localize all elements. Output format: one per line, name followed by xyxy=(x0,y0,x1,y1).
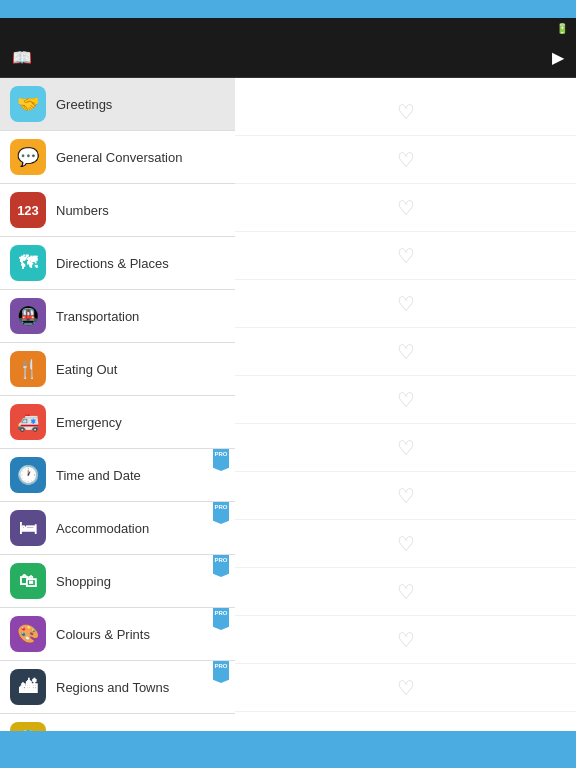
eating-out-icon: 🍴 xyxy=(10,351,46,387)
greetings-label: Greetings xyxy=(56,97,225,112)
colours-prints-label: Colours & Prints xyxy=(56,627,225,642)
heart-icon: ♡ xyxy=(397,580,415,604)
pro-ribbon: PRO xyxy=(213,502,229,524)
time-date-icon: 🕐 xyxy=(10,457,46,493)
favorite-heart[interactable]: ♡ xyxy=(235,232,576,280)
sidebar-item-emergency[interactable]: 🚑Emergency xyxy=(0,396,235,449)
favorite-heart[interactable]: ♡ xyxy=(235,472,576,520)
heart-icon: ♡ xyxy=(397,340,415,364)
pro-ribbon: PRO xyxy=(213,608,229,630)
colours-prints-icon: 🎨 xyxy=(10,616,46,652)
book-icon[interactable]: 📖 xyxy=(12,48,32,67)
sidebar-item-time-date[interactable]: 🕐Time and DatePRO xyxy=(0,449,235,502)
pro-ribbon: PRO xyxy=(213,449,229,471)
heart-icon: ♡ xyxy=(397,196,415,220)
favorite-heart[interactable]: ♡ xyxy=(235,136,576,184)
directions-places-label: Directions & Places xyxy=(56,256,225,271)
regions-towns-label: Regions and Towns xyxy=(56,680,225,695)
countries-icon: 🌍 xyxy=(10,722,46,731)
left-list: 🤝Greetings💬General Conversation123Number… xyxy=(0,78,235,731)
favorite-heart[interactable]: ♡ xyxy=(235,88,576,136)
pro-ribbon: PRO xyxy=(213,555,229,577)
play-icon[interactable]: ▶ xyxy=(552,48,564,67)
favorite-heart[interactable]: ♡ xyxy=(235,280,576,328)
accommodation-label: Accommodation xyxy=(56,521,225,536)
directions-places-icon: 🗺 xyxy=(10,245,46,281)
emergency-icon: 🚑 xyxy=(10,404,46,440)
heart-icon: ♡ xyxy=(397,244,415,268)
sidebar-item-greetings[interactable]: 🤝Greetings xyxy=(0,78,235,131)
general-conversation-icon: 💬 xyxy=(10,139,46,175)
eating-out-label: Eating Out xyxy=(56,362,225,377)
sidebar-item-shopping[interactable]: 🛍ShoppingPRO xyxy=(0,555,235,608)
status-time xyxy=(8,23,11,34)
status-bar: 🔋 xyxy=(0,18,576,38)
favorite-heart[interactable]: ♡ xyxy=(235,424,576,472)
heart-icon: ♡ xyxy=(397,292,415,316)
heart-icon: ♡ xyxy=(397,628,415,652)
transportation-label: Transportation xyxy=(56,309,225,324)
favorite-heart[interactable]: ♡ xyxy=(235,664,576,712)
heart-icon: ♡ xyxy=(397,148,415,172)
shopping-icon: 🛍 xyxy=(10,563,46,599)
heart-icon: ♡ xyxy=(397,676,415,700)
pro-ribbon: PRO xyxy=(213,661,229,683)
favorite-heart[interactable]: ♡ xyxy=(235,184,576,232)
sidebar-item-colours-prints[interactable]: 🎨Colours & PrintsPRO xyxy=(0,608,235,661)
heart-icon: ♡ xyxy=(397,436,415,460)
heart-icon: ♡ xyxy=(397,532,415,556)
sidebar-item-numbers[interactable]: 123Numbers xyxy=(0,184,235,237)
regions-towns-icon: 🏙 xyxy=(10,669,46,705)
heart-icon: ♡ xyxy=(397,388,415,412)
heart-icon: ♡ xyxy=(397,484,415,508)
favorite-heart[interactable]: ♡ xyxy=(235,568,576,616)
main-content: 🤝Greetings💬General Conversation123Number… xyxy=(0,78,576,731)
nav-bar: 📖 ▶ xyxy=(0,38,576,78)
numbers-icon: 123 xyxy=(10,192,46,228)
time-date-label: Time and Date xyxy=(56,468,225,483)
shopping-label: Shopping xyxy=(56,574,225,589)
greetings-icon: 🤝 xyxy=(10,86,46,122)
status-right: 🔋 xyxy=(553,23,568,34)
emergency-label: Emergency xyxy=(56,415,225,430)
numbers-label: Numbers xyxy=(56,203,225,218)
sidebar-item-directions-places[interactable]: 🗺Directions & Places xyxy=(0,237,235,290)
sidebar-item-general-conversation[interactable]: 💬General Conversation xyxy=(0,131,235,184)
accommodation-icon: 🛏 xyxy=(10,510,46,546)
sidebar-item-transportation[interactable]: 🚇Transportation xyxy=(0,290,235,343)
sidebar-item-regions-towns[interactable]: 🏙Regions and TownsPRO xyxy=(0,661,235,714)
transportation-icon: 🚇 xyxy=(10,298,46,334)
sidebar-item-countries[interactable]: 🌍Countries xyxy=(0,714,235,731)
sidebar-item-eating-out[interactable]: 🍴Eating Out xyxy=(0,343,235,396)
favorite-heart[interactable]: ♡ xyxy=(235,616,576,664)
sidebar-item-accommodation[interactable]: 🛏AccommodationPRO xyxy=(0,502,235,555)
heart-icon: ♡ xyxy=(397,100,415,124)
page-title-area xyxy=(0,0,576,18)
favorite-heart[interactable]: ♡ xyxy=(235,376,576,424)
general-conversation-label: General Conversation xyxy=(56,150,225,165)
favorite-heart[interactable]: ♡ xyxy=(235,520,576,568)
favorite-heart[interactable]: ♡ xyxy=(235,328,576,376)
right-panel: ♡♡♡♡♡♡♡♡♡♡♡♡♡ xyxy=(235,78,576,731)
